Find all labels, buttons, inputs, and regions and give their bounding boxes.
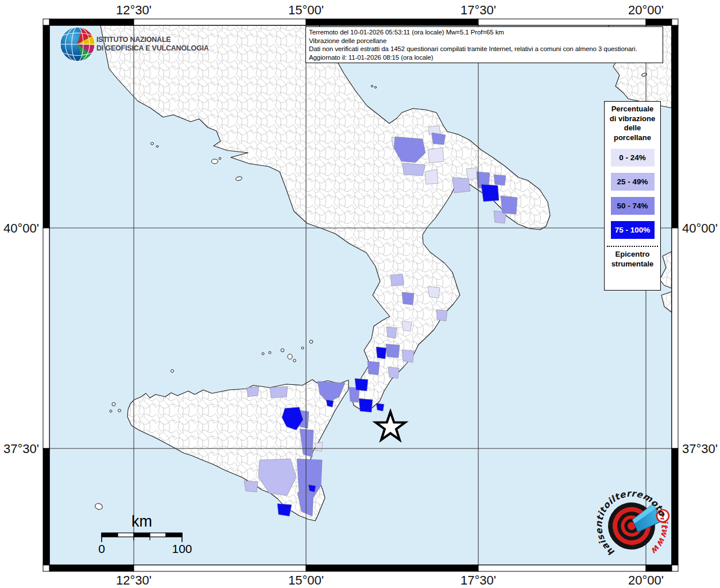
axis-label-right-40: 40°00': [682, 221, 718, 236]
axis-label-bottom-1: 12°30': [116, 573, 152, 588]
legend-swatch-25-49: 25 - 49%: [611, 173, 655, 191]
event-info-line3: Dati non verificati estratti da 1452 que…: [309, 45, 660, 53]
scalebar-unit-label: km: [131, 513, 152, 531]
legend-separator: [607, 246, 658, 247]
legend-title-line: porcellane: [605, 133, 660, 143]
event-info-box: Terremoto del 10-01-2026 05:53:11 (ora l…: [305, 26, 663, 63]
event-info-line1: Terremoto del 10-01-2026 05:53:11 (ora l…: [309, 28, 660, 37]
axis-label-top-3: 17°30': [460, 3, 496, 18]
axis-label-bottom-4: 20°00': [628, 573, 664, 588]
axis-label-left-40: 40°00': [1, 221, 39, 236]
map-canvas: ? haisentitoilterremoto.it www.: [0, 0, 720, 588]
scalebar-end-label: 100: [172, 542, 192, 556]
legend-swatch-75-100: 75 - 100%: [611, 221, 655, 239]
legend-swatch-0-24: 0 - 24%: [611, 149, 655, 167]
axis-label-bottom-2: 15°00': [288, 573, 324, 588]
legend-swatch-50-74: 50 - 74%: [611, 197, 655, 215]
axis-label-top-4: 20°00': [628, 3, 664, 18]
legend-epicenter-label: strumentale: [605, 259, 660, 269]
axis-label-left-37: 37°30': [1, 442, 39, 457]
axis-label-top-1: 12°30': [116, 3, 152, 18]
axis-label-right-37: 37°30': [682, 442, 718, 457]
axis-label-bottom-3: 17°30': [460, 573, 496, 588]
legend-title-line: di vibrazione: [605, 114, 660, 124]
ingv-logo-text: ISTITUTO NAZIONALE DI GEOFISICA E VULCAN…: [96, 36, 209, 53]
axis-label-top-2: 15°00': [288, 3, 324, 18]
event-info-line4: Aggiornato il: 11-01-2026 08:15 (ora loc…: [309, 53, 660, 62]
legend-epicenter-label: Epicentro: [605, 249, 660, 259]
earthquake-map-page: { "header": { "line1": "Terremoto del 10…: [0, 0, 720, 588]
ingv-logo-icon: [60, 27, 95, 61]
scalebar-start-label: 0: [98, 542, 105, 556]
legend-title-line: Percentuale: [605, 105, 660, 114]
event-info-line2: Vibrazione delle porcellane: [309, 37, 660, 45]
legend: Percentuale di vibrazione delle porcella…: [604, 101, 661, 291]
legend-title-line: delle: [605, 123, 660, 133]
